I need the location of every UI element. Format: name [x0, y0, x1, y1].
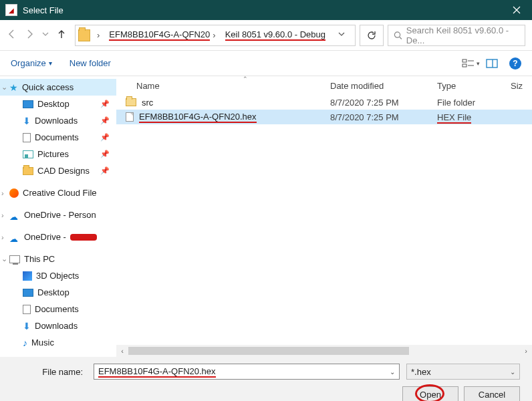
footer: File name: EFM8BB10F4G-A-QFN20.hex ⌄ *.h…: [0, 357, 532, 401]
sidebar-documents-pc[interactable]: Documents: [0, 301, 116, 317]
file-name: src: [142, 98, 153, 108]
file-name: EFM8BB10F4G-A-QFN20.hex: [139, 112, 257, 123]
download-icon: ⬇: [23, 116, 31, 126]
nav-arrows: [7, 29, 71, 41]
scroll-thumb[interactable]: [128, 347, 409, 355]
red-annotation: [70, 234, 97, 241]
svg-point-2: [394, 31, 400, 37]
recent-dropdown[interactable]: [41, 30, 49, 40]
sidebar-downloads[interactable]: ⬇Downloads📌: [0, 112, 116, 129]
close-button[interactable]: [501, 0, 532, 20]
window-title: Select File: [23, 5, 501, 15]
desktop-icon: [23, 289, 33, 297]
forward-button[interactable]: [24, 29, 35, 41]
search-input[interactable]: Search Keil 8051 v9.60.0 - De...: [388, 25, 525, 46]
back-button[interactable]: [7, 29, 17, 41]
organize-menu[interactable]: Organize▾: [11, 58, 52, 68]
pin-icon: 📌: [100, 150, 110, 158]
breadcrumb-bar[interactable]: › EFM8BB10F4G-A-QFN20 › Keil 8051 v9.60.…: [75, 25, 356, 46]
sidebar-this-pc[interactable]: ⌄This PC: [0, 251, 116, 267]
col-size[interactable]: Siz: [511, 81, 532, 91]
pin-icon: 📌: [100, 133, 110, 142]
sidebar-quick-access[interactable]: ⌄★ Quick access: [0, 79, 116, 96]
open-button[interactable]: Open: [402, 386, 458, 401]
file-date: 8/7/2020 7:25 PM: [330, 98, 437, 108]
app-icon: ◢: [5, 4, 17, 16]
preview-pane-button[interactable]: [481, 55, 503, 72]
pin-icon: 📌: [100, 116, 110, 125]
sidebar-downloads-pc[interactable]: ⬇Downloads: [0, 317, 116, 334]
file-name-input[interactable]: EFM8BB10F4G-A-QFN20.hex ⌄: [94, 364, 400, 380]
document-icon: [23, 305, 31, 314]
cancel-button[interactable]: Cancel: [464, 386, 520, 401]
body-split: ⌄★ Quick access Desktop📌 ⬇Downloads📌 Doc…: [0, 76, 532, 357]
col-date[interactable]: Date modified: [330, 81, 437, 91]
horizontal-scrollbar[interactable]: ‹ ›: [116, 345, 532, 357]
file-type-filter[interactable]: *.hex ⌄: [406, 364, 520, 380]
search-icon: [394, 31, 402, 40]
sidebar-3d-objects[interactable]: 3D Objects: [0, 267, 116, 284]
file-type: HEX File: [437, 112, 511, 122]
sidebar-creative-cloud[interactable]: ›Creative Cloud File: [0, 184, 116, 201]
search-placeholder: Search Keil 8051 v9.60.0 - De...: [406, 25, 519, 45]
star-icon: ★: [9, 82, 18, 93]
picture-icon: [23, 150, 33, 158]
help-button[interactable]: ?: [509, 57, 521, 70]
up-button[interactable]: [56, 29, 67, 41]
sidebar-onedrive[interactable]: ›☁OneDrive -: [0, 229, 116, 245]
folder-icon: [126, 98, 136, 106]
download-icon: ⬇: [23, 321, 31, 331]
scroll-right-button[interactable]: ›: [520, 347, 532, 355]
3d-icon: [23, 271, 32, 281]
svg-rect-8: [487, 59, 497, 68]
scroll-left-button[interactable]: ‹: [116, 347, 128, 355]
file-row[interactable]: EFM8BB10F4G-A-QFN20.hex 8/7/2020 7:25 PM…: [116, 110, 532, 124]
file-row[interactable]: src 8/7/2020 7:25 PM File folder: [116, 95, 532, 110]
nav-bar: › EFM8BB10F4G-A-QFN20 › Keil 8051 v9.60.…: [0, 20, 532, 51]
col-type[interactable]: Type: [437, 81, 511, 91]
sidebar-music[interactable]: ♪Music: [0, 334, 116, 351]
pin-icon: 📌: [100, 100, 110, 108]
pc-icon: [9, 255, 20, 263]
chevron-down-icon[interactable]: ⌄: [390, 368, 395, 376]
file-name-label: File name:: [12, 367, 87, 377]
onedrive-icon: ☁: [9, 234, 20, 241]
view-mode-button[interactable]: ▾: [460, 55, 481, 72]
sort-asc-icon: ⌃: [243, 76, 248, 82]
file-type: File folder: [437, 98, 511, 108]
sidebar-onedrive-personal[interactable]: ›☁OneDrive - Person: [0, 207, 116, 223]
col-name[interactable]: Name⌃: [116, 81, 330, 91]
hex-file-icon: [126, 112, 134, 122]
title-bar: ◢ Select File: [0, 0, 532, 20]
creative-cloud-icon: [9, 188, 19, 198]
sidebar-cad-designs[interactable]: CAD Designs📌: [0, 162, 116, 179]
svg-line-3: [400, 37, 402, 39]
file-pane: Name⌃ Date modified Type Siz src 8/7/202…: [116, 76, 532, 357]
chevron-down-icon[interactable]: ⌄: [510, 368, 515, 376]
document-icon: [23, 133, 31, 142]
folder-icon: [78, 29, 90, 41]
desktop-icon: [23, 100, 33, 108]
sidebar-documents[interactable]: Documents📌: [0, 129, 116, 146]
sidebar: ⌄★ Quick access Desktop📌 ⬇Downloads📌 Doc…: [0, 76, 116, 357]
file-date: 8/7/2020 7:25 PM: [330, 112, 437, 122]
music-icon: ♪: [23, 338, 27, 348]
new-folder-button[interactable]: New folder: [70, 58, 111, 68]
breadcrumb-dropdown[interactable]: [331, 30, 352, 40]
breadcrumb-seg-1[interactable]: EFM8BB10F4G-A-QFN20 ›: [105, 25, 219, 45]
red-annotation: [415, 384, 444, 401]
svg-rect-4: [462, 59, 467, 62]
breadcrumb-seg-2[interactable]: Keil 8051 v9.60.0 - Debug: [221, 25, 329, 45]
refresh-button[interactable]: [360, 25, 384, 46]
scroll-track[interactable]: [128, 346, 520, 356]
onedrive-icon: ☁: [9, 212, 20, 219]
toolbar: Organize▾ New folder ▾ ?: [0, 51, 532, 76]
breadcrumb-chevron[interactable]: ›: [93, 25, 104, 45]
file-list: src 8/7/2020 7:25 PM File folder EFM8BB1…: [116, 95, 532, 345]
sidebar-pictures[interactable]: Pictures📌: [0, 146, 116, 162]
sidebar-desktop[interactable]: Desktop📌: [0, 96, 116, 112]
columns-header: Name⌃ Date modified Type Siz: [116, 76, 532, 95]
pin-icon: 📌: [100, 166, 110, 175]
sidebar-desktop-pc[interactable]: Desktop: [0, 284, 116, 301]
svg-rect-5: [462, 64, 467, 67]
